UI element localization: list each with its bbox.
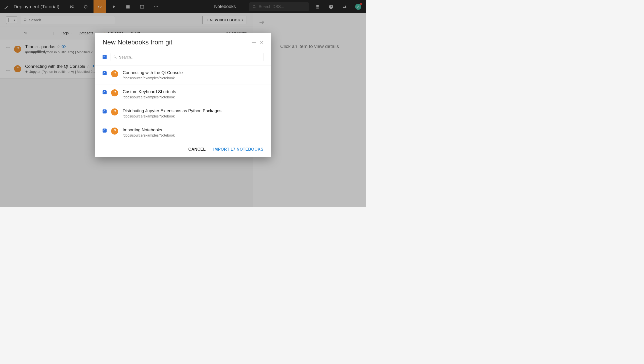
modal-row[interactable]: ꩰ Distributing Jupyter Extensions as Pyt…	[95, 104, 271, 123]
search-icon	[113, 55, 117, 59]
jupyter-icon: ꩰ	[111, 70, 118, 77]
modal-row-path: /docs/source/examples/Notebook	[123, 76, 183, 80]
minimize-icon[interactable]: —	[252, 40, 256, 45]
modal-row-title: Connecting with the Qt Console	[123, 70, 183, 75]
modal-row-path: /docs/source/examples/Notebook	[123, 114, 221, 118]
modal-search[interactable]	[111, 53, 263, 61]
import-git-modal: New Notebooks from git — ✕ ꩰ Connecting …	[95, 33, 271, 157]
select-all-checkbox[interactable]	[103, 55, 107, 59]
row-checkbox[interactable]	[103, 90, 107, 94]
row-checkbox[interactable]	[103, 129, 107, 133]
cancel-button[interactable]: CANCEL	[188, 147, 206, 152]
close-icon[interactable]: ✕	[260, 40, 263, 45]
import-button[interactable]: IMPORT 17 NOTEBOOKS	[213, 147, 263, 152]
modal-row-title: Importing Notebooks	[123, 128, 175, 133]
modal-list: ꩰ Connecting with the Qt Console/docs/so…	[95, 66, 271, 142]
modal-title: New Notebooks from git	[103, 38, 172, 46]
row-checkbox[interactable]	[103, 71, 107, 75]
modal-row-title: Custom Keyboard Shortcuts	[123, 89, 176, 94]
jupyter-icon: ꩰ	[111, 128, 118, 135]
modal-row[interactable]: ꩰ Importing Notebooks/docs/source/exampl…	[95, 123, 271, 142]
modal-row[interactable]: ꩰ Connecting with the Qt Console/docs/so…	[95, 66, 271, 85]
jupyter-icon: ꩰ	[111, 89, 118, 96]
modal-row[interactable]: ꩰ Custom Keyboard Shortcuts/docs/source/…	[95, 85, 271, 104]
modal-row-path: /docs/source/examples/Notebook	[123, 95, 176, 99]
modal-search-input[interactable]	[119, 55, 261, 59]
modal-row-path: /docs/source/examples/Notebook	[123, 133, 175, 137]
jupyter-icon: ꩰ	[111, 108, 118, 115]
row-checkbox[interactable]	[103, 109, 107, 113]
modal-row-title: Distributing Jupyter Extensions as Pytho…	[123, 108, 221, 113]
